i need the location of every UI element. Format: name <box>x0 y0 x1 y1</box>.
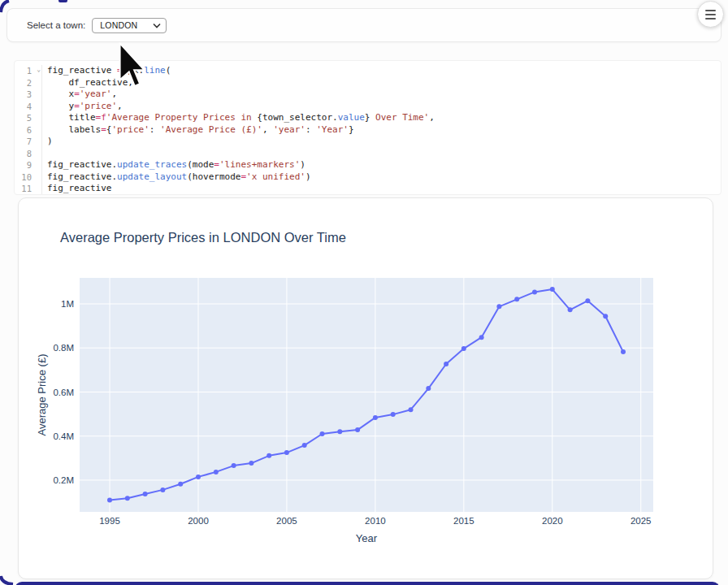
line-number: 6 <box>15 124 41 136</box>
data-point-marker[interactable] <box>426 386 431 391</box>
data-point-marker[interactable] <box>496 304 501 309</box>
code-line[interactable]: ) <box>47 136 435 148</box>
data-point-marker[interactable] <box>603 314 608 318</box>
data-point-marker[interactable] <box>214 470 219 474</box>
x-tick-label: 2000 <box>188 516 209 526</box>
data-point-marker[interactable] <box>409 407 414 412</box>
code-line[interactable]: x='year', <box>47 89 435 101</box>
hamburger-icon <box>705 10 716 11</box>
price-chart[interactable]: Average Property Prices in LONDON Over T… <box>19 198 713 579</box>
line-number: 10 <box>15 171 41 184</box>
frame-corner-top-left <box>0 0 15 15</box>
data-point-marker[interactable] <box>391 412 396 417</box>
line-number: 8 <box>15 148 41 160</box>
data-point-marker[interactable] <box>462 346 466 351</box>
y-tick-label: 0.4M <box>53 431 74 441</box>
line-number: 4 <box>15 101 41 113</box>
chevron-down-icon <box>153 23 161 28</box>
y-axis-title: Average Price (£) <box>36 354 48 436</box>
data-point-marker[interactable] <box>125 496 130 500</box>
code-cell[interactable]: 1⌄234567891011 fig_reactive = px.line( d… <box>14 60 722 195</box>
data-point-marker[interactable] <box>107 497 112 502</box>
data-point-marker[interactable] <box>444 362 448 366</box>
data-point-marker[interactable] <box>178 482 183 487</box>
data-point-marker[interactable] <box>249 461 254 466</box>
plot-area[interactable] <box>80 278 653 512</box>
line-number: 2 <box>15 77 41 89</box>
x-tick-label: 2015 <box>453 516 474 526</box>
fold-chevron-icon[interactable]: ⌄ <box>37 64 41 76</box>
data-point-marker[interactable] <box>621 349 626 354</box>
code-line[interactable]: y='price', <box>47 101 435 113</box>
menu-button[interactable] <box>697 1 724 28</box>
data-point-marker[interactable] <box>585 298 590 303</box>
data-point-marker[interactable] <box>355 427 360 432</box>
code-line[interactable]: fig_reactive.update_layout(hovermode='x … <box>47 171 435 184</box>
y-tick-label: 0.2M <box>53 475 74 485</box>
data-point-marker[interactable] <box>143 492 148 496</box>
data-point-marker[interactable] <box>514 297 519 301</box>
line-number: 7 <box>15 136 41 148</box>
frame-bar-bottom <box>15 582 720 585</box>
data-point-marker[interactable] <box>266 453 271 458</box>
code-line[interactable]: fig_reactive <box>47 183 435 195</box>
code-lines[interactable]: fig_reactive = px.line( df_reactive, x='… <box>42 65 435 194</box>
frame-corner-bottom-left <box>0 574 15 585</box>
line-number: 3 <box>15 89 41 101</box>
code-line[interactable] <box>47 148 435 160</box>
data-point-marker[interactable] <box>302 443 307 448</box>
price-chart-svg[interactable]: Average Property Prices in LONDON Over T… <box>19 198 713 579</box>
town-select-value: LONDON <box>100 20 137 30</box>
y-tick-label: 0.6M <box>53 388 74 397</box>
town-select-label: Select a town: <box>27 20 85 30</box>
town-selector-toolbar: Select a town: LONDON <box>6 8 722 42</box>
data-point-marker[interactable] <box>320 431 325 436</box>
data-point-marker[interactable] <box>160 488 165 492</box>
code-line[interactable]: labels={'price': 'Average Price (£)', 'y… <box>47 124 435 136</box>
line-number: 1⌄ <box>15 65 41 77</box>
data-point-marker[interactable] <box>337 429 342 434</box>
line-number: 5 <box>15 112 41 124</box>
x-tick-label: 1995 <box>99 516 120 526</box>
x-axis-title: Year <box>356 532 378 544</box>
line-number: 9 <box>15 159 41 171</box>
data-point-marker[interactable] <box>568 307 573 312</box>
x-tick-label: 2025 <box>630 516 652 526</box>
data-point-marker[interactable] <box>479 335 484 340</box>
data-point-marker[interactable] <box>532 289 537 294</box>
gutter: 1⌄234567891011 <box>15 65 42 194</box>
frame-mark-top <box>58 0 67 2</box>
x-tick-label: 2010 <box>365 516 386 526</box>
code-line[interactable]: title=f'Average Property Prices in {town… <box>47 112 435 124</box>
chart-title: Average Property Prices in LONDON Over T… <box>60 230 346 245</box>
line-number: 11 <box>15 183 41 195</box>
x-tick-label: 2020 <box>542 516 563 526</box>
data-point-marker[interactable] <box>373 415 378 420</box>
code-line[interactable]: df_reactive, <box>47 77 435 89</box>
chart-output-cell: Average Property Prices in LONDON Over T… <box>18 197 713 579</box>
y-tick-label: 0.8M <box>53 343 74 353</box>
data-point-marker[interactable] <box>550 287 555 292</box>
x-tick-label: 2005 <box>276 516 297 526</box>
code-line[interactable]: fig_reactive = px.line( <box>47 65 435 77</box>
data-point-marker[interactable] <box>284 450 289 455</box>
data-point-marker[interactable] <box>196 474 201 479</box>
code-line[interactable]: fig_reactive.update_traces(mode='lines+m… <box>47 159 435 171</box>
town-select-dropdown[interactable]: LONDON <box>92 18 167 33</box>
y-tick-label: 1M <box>61 299 74 309</box>
data-point-marker[interactable] <box>232 463 236 468</box>
